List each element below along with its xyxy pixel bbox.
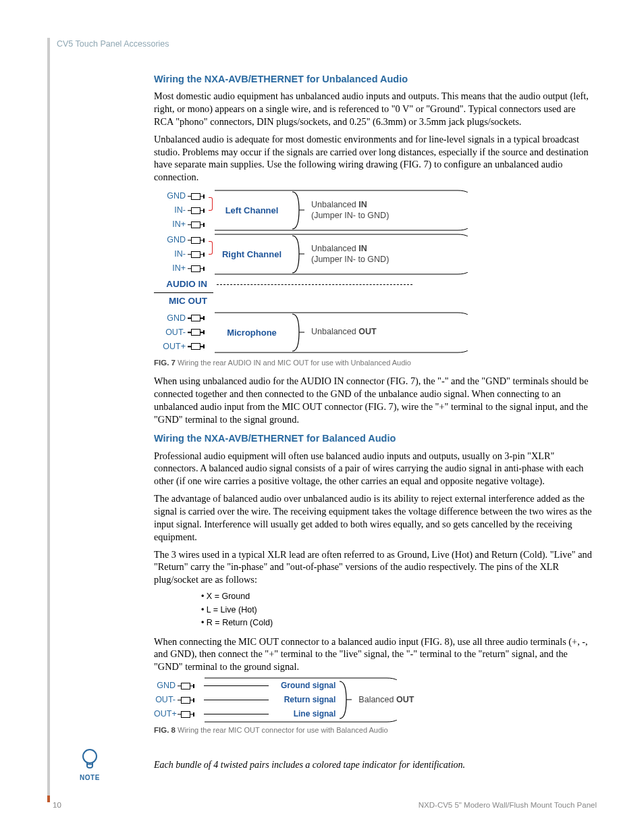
svg-point-0 (83, 750, 97, 763)
paragraph: Most domestic audio equipment has unbala… (154, 90, 593, 128)
breadcrumb: CV5 Touch Panel Accessories (57, 39, 597, 49)
list-item: R = Return (Cold) (201, 617, 593, 629)
list-item: L = Live (Hot) (201, 604, 593, 616)
terminal-icon (181, 683, 201, 689)
terminal-icon (181, 711, 201, 718)
terminal-icon (191, 315, 211, 321)
paragraph: When using unbalanced audio for the AUDI… (154, 375, 593, 425)
list-item: X = Ground (201, 591, 593, 602)
page-number: 10 (53, 801, 61, 809)
figure-8-caption: FIG. 8 Wiring the rear MIC OUT connector… (154, 725, 593, 735)
figure-7-caption: FIG. 7 Wiring the rear AUDIO IN and MIC … (154, 358, 593, 368)
channel-label: Left Channel (211, 205, 292, 216)
pin-label: GND (154, 190, 191, 202)
terminal-icon (191, 221, 211, 228)
lightbulb-icon (80, 748, 100, 772)
signal-label: Return signal (271, 695, 340, 706)
divider (154, 292, 213, 293)
document-title: NXD-CV5 5" Modero Wall/Flush Mount Touch… (419, 801, 597, 809)
pin-label: IN+ (154, 219, 191, 230)
pin-label: OUT- (154, 327, 191, 338)
pin-label: GND (154, 234, 191, 246)
pin-label: OUT- (154, 694, 181, 706)
audio-in-label: AUDIO IN (154, 278, 213, 290)
terminal-icon (181, 697, 201, 704)
bracket-icon (292, 311, 306, 354)
mic-out-label: MIC OUT (154, 295, 213, 307)
description: Unbalanced IN(Jumper IN- to GND) (306, 200, 389, 221)
terminal-icon (191, 251, 211, 258)
pin-label: OUT+ (154, 341, 191, 353)
description: Unbalanced OUT (306, 327, 377, 338)
description: Unbalanced IN(Jumper IN- to GND) (306, 244, 389, 265)
pin-label: IN+ (154, 263, 191, 274)
note-block: NOTE Each bundle of 4 twisted pairs incl… (73, 748, 593, 782)
pin-label: IN- (154, 249, 191, 260)
bracket-icon (340, 679, 353, 721)
terminal-icon (191, 265, 211, 272)
note-label: NOTE (80, 773, 100, 782)
channel-label: Right Channel (211, 249, 292, 260)
terminal-icon (191, 207, 211, 214)
page-footer: 10 NXD-CV5 5" Modero Wall/Flush Mount To… (53, 801, 597, 809)
figure-8-diagram: GNDGround signal OUT-Return signal OUT+L… (154, 679, 424, 721)
paragraph: The 3 wires used in a typical XLR lead a… (154, 548, 593, 587)
description: Balanced OUT (353, 695, 414, 706)
bracket-icon (292, 189, 306, 232)
signal-label: Ground signal (271, 681, 340, 692)
pin-label: IN- (154, 205, 191, 216)
terminal-icon (191, 329, 211, 336)
section-heading-unbalanced: Wiring the NXA-AVB/ETHERNET for Unbalanc… (154, 73, 593, 86)
xlr-pin-list: X = Ground L = Live (Hot) R = Return (Co… (201, 591, 593, 629)
pin-label: GND (154, 313, 191, 324)
section-heading-balanced: Wiring the NXA-AVB/ETHERNET for Balanced… (154, 432, 593, 445)
note-text: Each bundle of 4 twisted pairs includes … (154, 759, 465, 771)
paragraph: When connecting the MIC OUT connector to… (154, 635, 593, 674)
terminal-icon (191, 343, 211, 350)
signal-label: Line signal (271, 709, 340, 720)
channel-label: Microphone (211, 327, 292, 338)
pin-label: OUT+ (154, 708, 181, 720)
bracket-icon (292, 233, 306, 276)
pin-label: GND (154, 680, 181, 692)
figure-7-diagram: GND IN- IN+ Left Channel Unbalanced IN(J… (154, 189, 593, 354)
dashed-divider (217, 284, 412, 285)
paragraph: Unbalanced audio is adequate for most do… (154, 133, 593, 184)
paragraph: The advantage of balanced audio over unb… (154, 492, 593, 543)
page-accent-bar (47, 38, 50, 802)
page-content: CV5 Touch Panel Accessories Wiring the N… (0, 0, 644, 783)
paragraph: Professional audio equipment will often … (154, 450, 593, 488)
